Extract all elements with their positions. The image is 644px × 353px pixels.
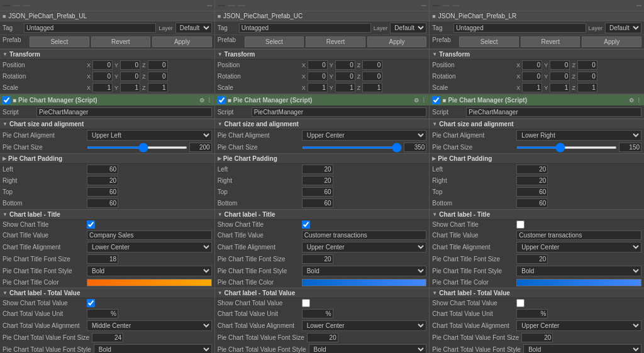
rotation-y[interactable]	[550, 72, 570, 81]
title-align-select[interactable]: Lower Center	[87, 242, 212, 253]
chart-title-section[interactable]: ▼ Chart label - Title	[430, 209, 644, 220]
pie-chart-manager-enabled[interactable]	[432, 96, 440, 104]
total-unit-input[interactable]	[87, 309, 118, 318]
total-align-select[interactable]: Lower Center	[302, 320, 427, 331]
scale-z[interactable]	[362, 83, 382, 92]
dots-icon[interactable]: ⋮	[206, 97, 212, 104]
padding-left-input[interactable]	[302, 165, 333, 174]
scale-z[interactable]	[148, 83, 168, 92]
position-x[interactable]	[522, 60, 542, 70]
show-total-checkbox[interactable]	[516, 299, 525, 307]
total-fontstyle-select[interactable]: Bold	[309, 344, 427, 353]
layer-select[interactable]: Default	[390, 23, 426, 33]
apply-button[interactable]: Apply	[152, 36, 212, 47]
position-z[interactable]	[577, 60, 597, 70]
title-value-input[interactable]	[87, 231, 212, 240]
padding-right-input[interactable]	[516, 176, 548, 185]
pie-size-input[interactable]	[189, 143, 212, 152]
title-fontsize-input[interactable]	[302, 254, 333, 264]
transform-section[interactable]: ▼ Transform	[215, 49, 430, 60]
show-title-checkbox[interactable]	[87, 220, 95, 229]
position-z[interactable]	[362, 60, 382, 70]
occlusion-tab[interactable]	[238, 5, 245, 6]
rotation-y[interactable]	[335, 72, 355, 81]
scale-y[interactable]	[335, 83, 355, 92]
position-x[interactable]	[308, 60, 328, 70]
tag-input[interactable]	[239, 23, 371, 33]
transform-section[interactable]: ▼ Transform	[0, 49, 214, 60]
total-fontsize-input[interactable]	[521, 333, 553, 342]
inspector-tab[interactable]	[3, 5, 10, 6]
select-button[interactable]: Select	[459, 36, 519, 47]
occlusion-tab[interactable]	[23, 5, 30, 6]
show-title-checkbox[interactable]	[302, 220, 310, 229]
scale-x[interactable]	[308, 83, 328, 92]
position-y[interactable]	[550, 60, 570, 70]
tag-input[interactable]	[24, 23, 156, 33]
position-y[interactable]	[120, 60, 140, 70]
scale-x[interactable]	[522, 83, 542, 92]
title-color-swatch[interactable]	[302, 279, 427, 286]
pie-size-slider[interactable]	[516, 146, 617, 149]
apply-button[interactable]: Apply	[582, 36, 641, 47]
show-total-checkbox[interactable]	[302, 299, 310, 307]
pie-chart-manager-enabled[interactable]	[218, 96, 226, 104]
padding-top-input[interactable]	[87, 187, 118, 197]
pie-alignment-select[interactable]: Upper Left	[87, 130, 212, 141]
pie-padding-section[interactable]: ▶ Pie Chart Padding	[0, 153, 214, 164]
select-button[interactable]: Select	[245, 36, 304, 47]
scale-x[interactable]	[92, 83, 113, 92]
rotation-z[interactable]	[148, 72, 168, 81]
total-fontstyle-select[interactable]: Bold	[523, 344, 641, 353]
rotation-x[interactable]	[308, 72, 328, 81]
pie-alignment-select[interactable]: Upper Center	[302, 130, 427, 141]
total-unit-input[interactable]	[516, 309, 548, 318]
title-fontstyle-select[interactable]: Bold	[87, 266, 212, 276]
gear-icon[interactable]: ⚙	[199, 97, 204, 104]
padding-bottom-input[interactable]	[87, 198, 118, 208]
padding-top-input[interactable]	[302, 187, 333, 197]
position-y[interactable]	[335, 60, 355, 70]
total-fontstyle-select[interactable]: Bold	[94, 344, 212, 353]
scale-y[interactable]	[550, 83, 570, 92]
pie-size-slider[interactable]	[87, 146, 187, 149]
rotation-y[interactable]	[120, 72, 140, 81]
dots-icon[interactable]: ⋮	[421, 97, 426, 104]
title-color-swatch[interactable]	[87, 279, 212, 286]
title-fontstyle-select[interactable]: Bold	[302, 266, 427, 276]
animation-tab[interactable]	[13, 5, 20, 6]
inspector-tab[interactable]	[432, 5, 440, 6]
animation-tab[interactable]	[228, 5, 235, 6]
chart-size-section[interactable]: ▼ Chart size and alignment	[430, 119, 644, 129]
rotation-x[interactable]	[92, 72, 113, 81]
transform-section[interactable]: ▼ Transform	[430, 49, 644, 60]
title-value-input[interactable]	[302, 231, 427, 240]
scale-z[interactable]	[577, 83, 597, 92]
rotation-z[interactable]	[577, 72, 597, 81]
show-title-checkbox[interactable]	[516, 220, 525, 229]
pie-size-input[interactable]	[404, 143, 426, 152]
padding-bottom-input[interactable]	[302, 198, 333, 208]
title-align-select[interactable]: Upper Center	[516, 242, 641, 253]
pie-size-input[interactable]	[619, 143, 641, 152]
title-fontsize-input[interactable]	[87, 254, 118, 264]
chart-total-section[interactable]: ▼ Chart label - Total Value	[215, 288, 430, 298]
pie-padding-section[interactable]: ▶ Pie Chart Padding	[215, 153, 430, 164]
title-value-input[interactable]	[516, 231, 641, 240]
total-align-select[interactable]: Upper Center	[516, 320, 641, 331]
chart-title-section[interactable]: ▼ Chart label - Title	[215, 209, 430, 220]
pie-padding-section[interactable]: ▶ Pie Chart Padding	[430, 153, 644, 164]
dots-icon[interactable]: ⋮	[636, 97, 641, 104]
gear-icon[interactable]: ⚙	[414, 97, 419, 104]
show-total-checkbox[interactable]	[87, 299, 95, 307]
position-x[interactable]	[92, 60, 113, 70]
occlusion-tab[interactable]	[452, 5, 460, 6]
position-z[interactable]	[148, 60, 168, 70]
scale-y[interactable]	[120, 83, 140, 92]
pie-chart-manager-enabled[interactable]	[3, 96, 11, 104]
apply-button[interactable]: Apply	[367, 36, 427, 47]
padding-left-input[interactable]	[87, 165, 118, 174]
total-align-select[interactable]: Middle Center	[87, 320, 212, 331]
tag-input[interactable]	[453, 23, 586, 33]
animation-tab[interactable]	[442, 5, 450, 6]
